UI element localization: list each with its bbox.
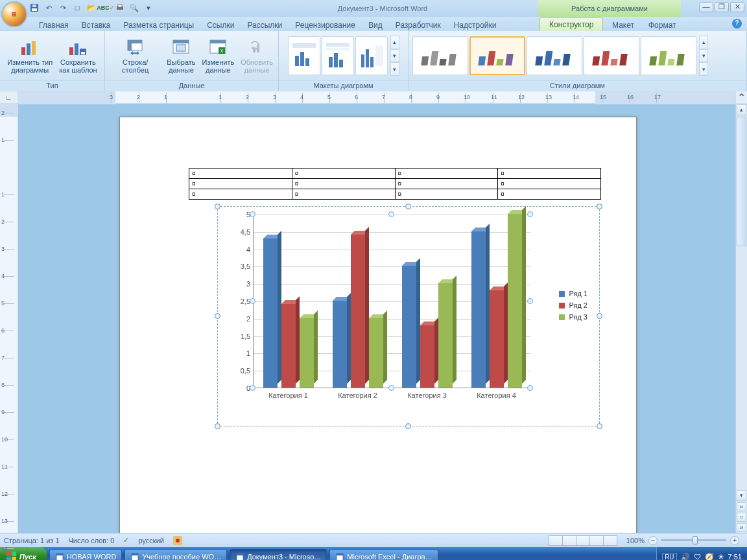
svg-rect-34 bbox=[339, 60, 343, 67]
view-web-layout[interactable] bbox=[576, 535, 590, 546]
svg-rect-19 bbox=[176, 45, 185, 51]
status-language[interactable]: русский bbox=[138, 537, 163, 544]
svg-rect-55 bbox=[649, 56, 657, 65]
svg-rect-9 bbox=[75, 43, 78, 55]
office-button[interactable]: ⊞ bbox=[1, 1, 27, 27]
tab-references[interactable]: Ссылки bbox=[200, 19, 241, 31]
clock[interactable]: 7:51 bbox=[728, 553, 742, 560]
redo-icon[interactable]: ↷ bbox=[57, 2, 69, 14]
style-option-2[interactable] bbox=[469, 36, 525, 75]
context-tab-title: Работа с диаграммами bbox=[538, 0, 681, 17]
svg-rect-50 bbox=[562, 54, 571, 65]
help-icon[interactable]: ? bbox=[732, 19, 742, 29]
print-icon[interactable] bbox=[114, 2, 126, 14]
zoom-out-button[interactable]: − bbox=[648, 536, 658, 545]
tray-icon[interactable]: ☀ bbox=[718, 553, 724, 561]
svg-marker-16 bbox=[137, 51, 139, 55]
styles-scroller[interactable]: ▴▾▾ bbox=[699, 36, 708, 76]
system-tray: RU 🔊 🛡 🧭 ☀ 7:51 bbox=[656, 547, 747, 560]
view-outline[interactable] bbox=[589, 535, 604, 546]
group-data-label: Данные bbox=[105, 80, 278, 91]
ruler-bar: ∟ 3211234567891011121314151617 ⌃ bbox=[0, 91, 747, 104]
print-preview-icon[interactable]: 🔍 bbox=[128, 2, 140, 14]
tray-icon[interactable]: 🔊 bbox=[681, 553, 690, 561]
tab-developer[interactable]: Разработчик bbox=[389, 19, 447, 31]
status-words[interactable]: Число слов: 0 bbox=[69, 537, 115, 544]
style-option-4[interactable] bbox=[584, 36, 639, 75]
tab-chart-format[interactable]: Формат bbox=[642, 19, 683, 31]
style-option-5[interactable] bbox=[641, 36, 696, 75]
change-chart-type-button[interactable]: Изменить тип диаграммы bbox=[5, 36, 55, 75]
prev-page-button[interactable]: « bbox=[737, 502, 746, 511]
svg-rect-18 bbox=[173, 40, 189, 43]
scroll-down-button[interactable]: ▾ bbox=[737, 490, 746, 501]
status-page[interactable]: Страница: 1 из 1 bbox=[4, 537, 60, 544]
tab-mailings[interactable]: Рассылки bbox=[241, 19, 289, 31]
document-area: 211234567891011121314 Категория 1Категор… bbox=[0, 104, 747, 533]
svg-rect-41 bbox=[439, 59, 446, 65]
tray-icon[interactable]: 🧭 bbox=[705, 553, 714, 561]
svg-rect-11 bbox=[81, 52, 85, 54]
svg-rect-51 bbox=[592, 56, 600, 65]
tab-page-layout[interactable]: Разметка страницы bbox=[117, 19, 200, 31]
scroll-up-button[interactable]: ▴ bbox=[737, 104, 746, 115]
ruler-toggle[interactable]: ⌃ bbox=[735, 91, 747, 103]
save-icon[interactable] bbox=[29, 2, 40, 14]
tab-chart-layout[interactable]: Макет bbox=[606, 19, 641, 31]
edit-data-button[interactable]: X Изменить данные bbox=[200, 36, 237, 75]
view-draft[interactable] bbox=[603, 535, 617, 546]
chart-type-icon bbox=[20, 38, 40, 57]
close-button[interactable]: ✕ bbox=[730, 2, 744, 12]
switch-row-col-button[interactable]: Строка/столбец bbox=[108, 36, 163, 75]
layouts-scroller[interactable]: ▴▾▾ bbox=[390, 36, 399, 76]
svg-rect-44 bbox=[487, 51, 495, 65]
vertical-ruler[interactable]: 211234567891011121314 bbox=[0, 104, 18, 533]
tab-addins[interactable]: Надстройки bbox=[447, 19, 503, 31]
minimize-button[interactable]: — bbox=[699, 2, 713, 12]
chart-legend[interactable]: Ряд 1Ряд 2Ряд 3 bbox=[559, 290, 587, 325]
spellcheck-icon[interactable]: ✓ bbox=[123, 536, 129, 544]
spell-icon[interactable]: ABC✓ bbox=[100, 2, 112, 14]
style-option-1[interactable] bbox=[412, 36, 468, 75]
qat-more-icon[interactable]: ▾ bbox=[143, 2, 154, 14]
ruler-corner[interactable]: ∟ bbox=[0, 91, 18, 103]
document-table[interactable] bbox=[189, 168, 601, 200]
style-option-3[interactable] bbox=[527, 36, 582, 75]
layout-option-3[interactable] bbox=[355, 36, 388, 75]
select-data-button[interactable]: Выбрать данные bbox=[164, 36, 198, 75]
tab-insert[interactable]: Вставка bbox=[75, 19, 117, 31]
chart-plot[interactable]: Категория 1Категория 2Категория 3Категор… bbox=[239, 215, 530, 388]
open-icon[interactable]: 📂 bbox=[86, 2, 97, 14]
next-page-button[interactable]: » bbox=[737, 523, 746, 532]
tab-view[interactable]: Вид bbox=[362, 19, 389, 31]
tray-icon[interactable]: 🛡 bbox=[694, 553, 701, 560]
zoom-value[interactable]: 100% bbox=[626, 537, 645, 544]
tab-design[interactable]: Конструктор bbox=[540, 18, 603, 31]
layout-option-2[interactable] bbox=[322, 36, 354, 75]
browse-select-button[interactable]: ○ bbox=[737, 513, 746, 522]
save-as-template-button[interactable]: Сохранить как шаблон bbox=[56, 36, 100, 75]
taskbar-item[interactable]: Microsoft Excel - Диагра… bbox=[329, 549, 438, 560]
view-full-reading[interactable] bbox=[562, 535, 576, 546]
layout-option-1[interactable] bbox=[288, 36, 320, 75]
taskbar-item[interactable]: Учебное пособие WO… bbox=[124, 549, 227, 560]
horizontal-ruler[interactable]: 3211234567891011121314151617 bbox=[18, 91, 735, 103]
zoom-in-button[interactable]: + bbox=[730, 536, 739, 545]
taskbar-item[interactable]: Документ3 - Microso… bbox=[230, 549, 327, 560]
chart-object[interactable]: Категория 1Категория 2Категория 3Категор… bbox=[217, 206, 600, 426]
taskbar-item[interactable]: НОВАЯ WORD bbox=[49, 549, 123, 560]
document-canvas[interactable]: Категория 1Категория 2Категория 3Категор… bbox=[18, 104, 735, 533]
vertical-scrollbar[interactable]: ▴ ▾ « ○ » bbox=[735, 104, 747, 533]
tab-home[interactable]: Главная bbox=[32, 19, 75, 31]
zoom-slider[interactable] bbox=[661, 539, 726, 541]
language-indicator[interactable]: RU bbox=[662, 553, 676, 561]
svg-marker-15 bbox=[130, 51, 133, 55]
tab-review[interactable]: Рецензирование bbox=[289, 19, 362, 31]
svg-rect-63 bbox=[6, 557, 11, 560]
new-icon[interactable]: □ bbox=[71, 2, 83, 14]
scroll-thumb[interactable] bbox=[737, 117, 746, 246]
view-print-layout[interactable] bbox=[549, 535, 563, 546]
macro-rec-icon[interactable] bbox=[173, 536, 182, 545]
undo-icon[interactable]: ↶ bbox=[43, 2, 54, 14]
restore-button[interactable]: ❐ bbox=[715, 2, 729, 12]
